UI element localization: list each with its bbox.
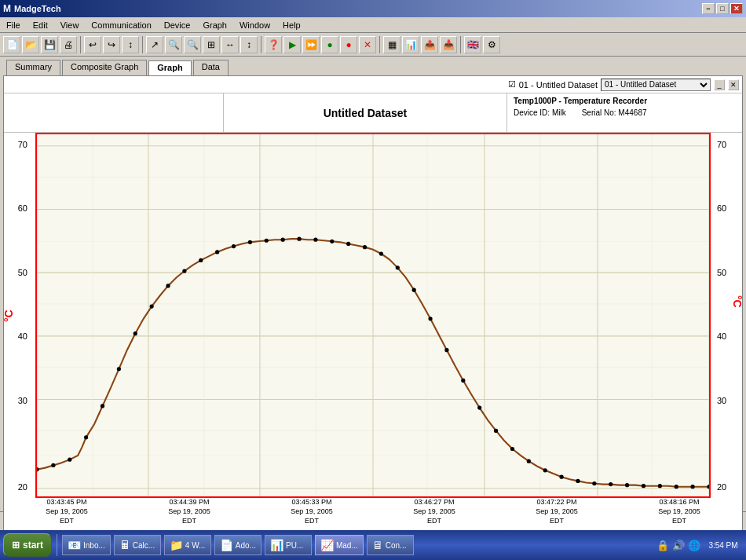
flip-button[interactable]: ↕ [122,36,139,53]
separator-4 [379,36,380,53]
tab-bar: Summary Composite Graph Graph Data [6,60,743,75]
cancel-button[interactable]: ✕ [359,36,376,53]
taskbar-calc[interactable]: 🖩 Calc... [114,535,161,555]
new-button[interactable]: 📄 [3,36,20,53]
taskbar-con[interactable]: 🖥 Con... [367,535,414,555]
help-button[interactable]: ❓ [265,36,282,53]
svg-point-39 [150,305,154,309]
svg-point-44 [232,244,236,248]
svg-point-68 [625,483,629,487]
chart-area[interactable] [35,133,711,498]
con-icon: 🖥 [372,539,383,551]
redo-button[interactable]: ↪ [103,36,120,53]
graph-body: °C 70 60 50 40 30 20 [4,133,742,498]
dataset-select[interactable]: 01 - Untitled Dataset [601,79,711,91]
start-icon: ⊞ [12,540,20,551]
taskbar-inbox[interactable]: 📧 Inbo... [62,535,111,555]
undo-button[interactable]: ↩ [84,36,101,53]
menu-file[interactable]: File [3,20,24,31]
x-label-1: 03:44:39 PM Sep 19, 2005 EDT [158,498,221,533]
table-button[interactable]: ▦ [383,36,400,53]
main-content: Summary Composite Graph Graph Data ☑ 01 … [0,57,746,511]
title-bar-buttons: − □ ✕ [702,3,743,14]
save-button[interactable]: 💾 [41,36,58,53]
export-button[interactable]: 📤 [421,36,438,53]
close-button[interactable]: ✕ [730,3,743,14]
taskbar-separator [57,534,57,556]
separator-1 [80,36,81,53]
dataset-minimize[interactable]: _ [714,79,725,90]
maximize-button[interactable]: □ [716,3,729,14]
svg-point-45 [248,240,252,244]
svg-point-34 [68,458,71,462]
taskbar-folder-label: 4 W... [185,541,206,550]
tray-icon-1: 🔒 [656,540,669,551]
open-button[interactable]: 📂 [22,36,39,53]
svg-point-36 [101,404,104,408]
menu-help[interactable]: Help [280,20,304,31]
menu-communication[interactable]: Communication [88,20,154,31]
svg-point-60 [494,429,498,433]
tab-data[interactable]: Data [193,60,229,75]
title-bar-left: M MadgeTech [3,3,61,14]
svg-text:30: 30 [18,395,27,404]
svg-point-41 [182,269,186,273]
run-button[interactable]: ▶ [283,36,301,53]
zoom-fit-button[interactable]: ⊞ [203,36,220,53]
tab-summary[interactable]: Summary [6,60,60,75]
svg-point-48 [297,237,301,241]
import-button[interactable]: 📥 [440,36,457,53]
svg-point-46 [265,239,269,243]
menu-bar: File Edit View Communication Device Grap… [0,17,746,33]
tab-composite-graph[interactable]: Composite Graph [62,60,147,75]
zoom-cursor[interactable]: ↗ [146,36,163,53]
svg-point-49 [313,238,317,242]
menu-edit[interactable]: Edit [30,20,51,31]
chart-button[interactable]: 📊 [402,36,419,53]
taskbar-con-label: Con... [386,541,407,550]
zoom-y-button[interactable]: ↕ [240,36,258,53]
zoom-out-button[interactable]: 🔍 [184,36,201,53]
y-axis-left: °C 70 60 50 40 30 20 [4,133,35,498]
svg-point-54 [396,265,400,269]
taskbar-ado[interactable]: 📄 Ado... [214,535,261,555]
forward-button[interactable]: ⏩ [302,36,320,53]
svg-point-72 [691,485,695,489]
settings-button[interactable]: ⚙ [483,36,500,53]
taskbar-mad[interactable]: 📈 Mad... [315,535,364,555]
menu-window[interactable]: Window [236,20,273,31]
svg-point-64 [559,475,563,479]
dataset-close[interactable]: ✕ [728,79,739,90]
svg-text:60: 60 [717,203,726,213]
toolbar: 📄 📂 💾 🖨 ↩ ↪ ↕ ↗ 🔍 🔍 ⊞ ↔ ↕ ❓ ▶ ⏩ ● ● ✕ ▦ … [0,33,746,57]
dataset-checkbox[interactable]: ☑ [508,79,516,90]
start-recording[interactable]: ● [321,36,338,53]
zoom-x-button[interactable]: ↔ [221,36,239,53]
x-label-3: 03:46:27 PM Sep 19, 2005 EDT [403,498,466,533]
app-title: MadgeTech [14,4,61,13]
graph-info: Temp1000P - Temperature Recorder Device … [506,93,742,132]
start-button[interactable]: ⊞ start [3,533,52,557]
flag-button[interactable]: 🇬🇧 [464,36,481,53]
svg-point-40 [166,284,170,287]
zoom-in-button[interactable]: 🔍 [165,36,182,53]
menu-device[interactable]: Device [161,20,194,31]
taskbar-folder[interactable]: 📁 4 W... [164,535,211,555]
menu-view[interactable]: View [57,20,82,31]
svg-point-38 [133,331,137,335]
taskbar-pu[interactable]: 📊 PU... [265,535,312,555]
minimize-button[interactable]: − [702,3,715,14]
taskbar-pu-label: PU... [286,541,303,550]
svg-point-37 [117,367,121,371]
svg-point-62 [527,459,531,463]
svg-text:50: 50 [18,268,27,277]
stop-recording[interactable]: ● [340,36,357,53]
graph-title-text: Untitled Dataset [324,107,408,119]
system-tray: 🔒 🔊 🌐 3:54 PM [656,540,743,551]
print-button[interactable]: 🖨 [60,36,77,53]
tab-graph[interactable]: Graph [148,60,191,76]
svg-point-70 [658,484,662,488]
system-clock: 3:54 PM [704,541,743,550]
menu-graph[interactable]: Graph [199,20,230,31]
svg-text:20: 20 [18,481,27,491]
